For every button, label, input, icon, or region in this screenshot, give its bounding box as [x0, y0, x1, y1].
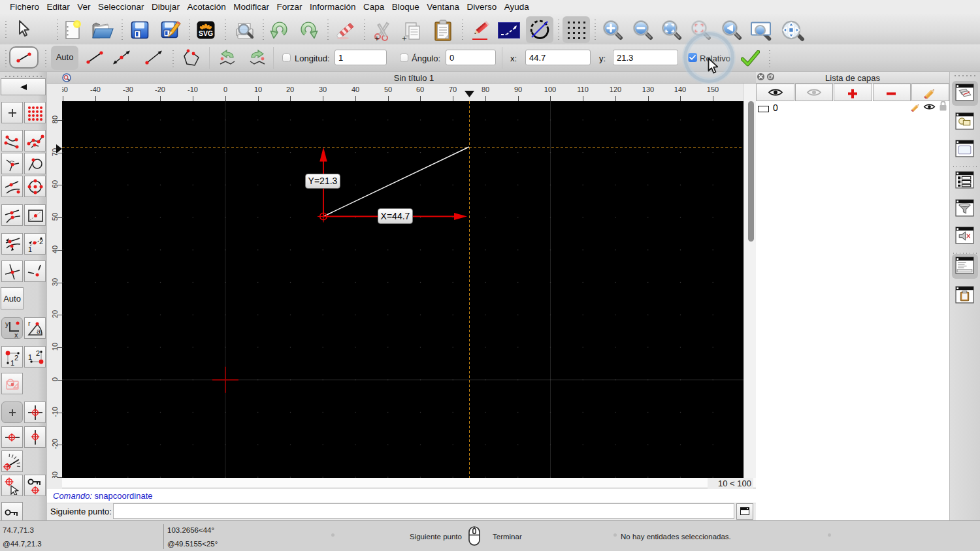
svg-text:2: 2: [36, 349, 40, 357]
svg-text:+: +: [374, 33, 380, 42]
svg-text:SVG: SVG: [199, 29, 213, 37]
svg-text:x: x: [14, 331, 18, 338]
svg-text:a: a: [37, 327, 41, 335]
svg-text:1: 1: [28, 245, 32, 253]
svg-text:r: r: [28, 319, 31, 327]
svg-text:+: +: [402, 33, 407, 41]
svg-text:1: 1: [28, 353, 32, 361]
svg-text:y: y: [5, 320, 9, 328]
svg-text:2: 2: [14, 354, 18, 362]
